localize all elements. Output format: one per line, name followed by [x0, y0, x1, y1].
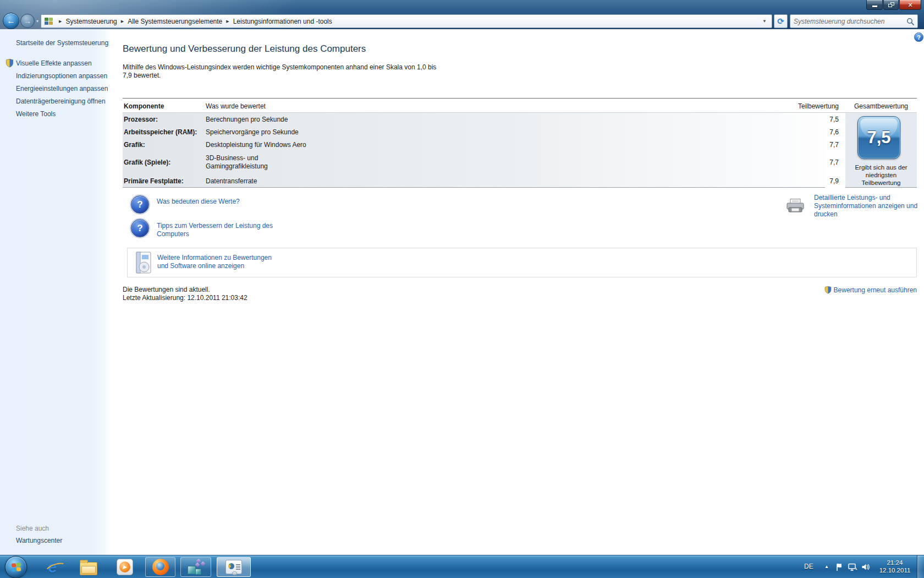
breadcrumb-item-alle-elemente[interactable]: Alle Systemsteuerungselemente [128, 18, 222, 25]
minimize-icon [872, 6, 877, 7]
online-info-link[interactable]: Weitere Informationen zu Bewertungen und… [157, 254, 278, 270]
internet-explorer-icon: e [48, 559, 57, 575]
table-row: Arbeitsspeicher (RAM): Speichervorgänge … [123, 126, 845, 138]
control-panel-window-icon [226, 560, 242, 574]
minimize-button[interactable] [866, 0, 883, 10]
base-score-caption: Ergibt sich aus der niedrigsten Teilbewe… [845, 163, 917, 187]
row-subscore: 7,6 [825, 126, 845, 138]
search-placeholder: Systemsteuerung durchsuchen [794, 18, 906, 25]
uac-shield-icon [5, 58, 14, 68]
question-mark-icon[interactable]: ? [131, 219, 149, 237]
recent-pages-chevron-icon[interactable]: ▾ [36, 19, 38, 24]
page-intro: Mithilfe des Windows-Leistungsindex werd… [123, 63, 436, 80]
wei-table-header: Komponente Was wurde bewertet Teilbewert… [123, 98, 917, 112]
volume-icon[interactable] [861, 563, 871, 571]
detailed-info-link[interactable]: Detaillierte Leistungs- und Systeminform… [814, 194, 919, 219]
language-indicator[interactable]: DE [804, 563, 813, 570]
window-titlebar[interactable]: ✕ ← → ▾ ▶ Systemsteuerung ▶ Alle Systems… [0, 0, 924, 29]
folder-icon [80, 562, 97, 575]
taskbar: e ▶ DE ▲ [0, 555, 924, 578]
sidebar-item-energieeinstellungen[interactable]: Energieeinstellungen anpassen [16, 85, 108, 92]
refresh-button[interactable]: ⟳ [774, 14, 788, 28]
clock[interactable]: 21:24 12.10.2011 [876, 559, 914, 574]
row-component: Prozessor: [123, 116, 206, 123]
column-header-gesamtbewertung: Gesamtbewertung [845, 102, 917, 110]
breadcrumb-separator-icon: ▶ [55, 19, 65, 24]
row-assessed: Datentransferrate [206, 177, 825, 185]
breadcrumb-separator-icon: ▶ [222, 19, 233, 24]
column-header-teilbewertung: Teilbewertung [729, 102, 839, 110]
taskbar-item-media-player[interactable]: ▶ [114, 558, 136, 576]
clock-time: 21:24 [887, 559, 903, 566]
row-assessed: Desktopleistung für Windows Aero [206, 141, 825, 149]
online-info-box: Weitere Informationen zu Bewertungen und… [127, 248, 917, 277]
address-breadcrumb-bar[interactable]: ▶ Systemsteuerung ▶ Alle Systemsteuerung… [41, 14, 772, 28]
table-row: Primäre Festplatte: Datentransferrate 7,… [123, 173, 845, 188]
taskbar-item-control-panel-active[interactable] [217, 557, 251, 577]
address-dropdown-icon[interactable]: ▼ [760, 19, 769, 24]
base-score-value: 7,5 [867, 128, 890, 148]
tips-link[interactable]: Tipps zum Verbessern der Leistung des Co… [157, 222, 275, 238]
printer-icon [785, 198, 805, 214]
uac-shield-icon [824, 286, 832, 294]
back-button[interactable]: ← [3, 13, 19, 29]
table-row: Prozessor: Berechnungen pro Sekunde 7,5 [123, 113, 845, 126]
breadcrumb-separator-icon: ▶ [117, 19, 128, 24]
page-title: Bewertung und Verbesserung der Leistung … [123, 43, 366, 54]
forward-button[interactable]: → [20, 14, 35, 28]
network-icon[interactable] [848, 563, 857, 571]
sidebar-item-wartungscenter[interactable]: Wartungscenter [16, 537, 62, 544]
navigation-bar: ← → ▾ ▶ Systemsteuerung ▶ Alle Systemste… [0, 13, 924, 29]
question-mark-icon[interactable]: ? [131, 195, 149, 214]
sidebar-item-indizierungsoptionen[interactable]: Indizierungsoptionen anpassen [16, 72, 107, 80]
column-header-komponente: Komponente [124, 102, 164, 110]
intro-line-1: Mithilfe des Windows-Leistungsindex werd… [123, 63, 436, 71]
windows-logo-icon [12, 563, 21, 571]
taskbar-item-cubes-app[interactable] [180, 557, 211, 577]
sidebar-item-visuelle-effekte[interactable]: Visuelle Effekte anpassen [16, 59, 92, 67]
intro-line-2: 7,9 bewertet. [123, 72, 161, 79]
show-desktop-button[interactable] [917, 555, 924, 578]
taskbar-item-explorer[interactable] [78, 558, 100, 576]
close-icon: ✕ [908, 1, 912, 9]
cubes-app-icon [186, 558, 205, 576]
breadcrumb-item-systemsteuerung[interactable]: Systemsteuerung [65, 18, 117, 25]
sidebar-item-datentraegerbereinigung[interactable]: Datenträgerbereinigung öffnen [16, 97, 106, 105]
breadcrumb-item-leistungsinformationen[interactable]: Leistungsinformationen und -tools [233, 18, 332, 25]
row-assessed: 3D-Business- und Gaminggrafikleistung [206, 154, 825, 171]
table-row: Grafik: Desktopleistung für Windows Aero… [123, 138, 845, 151]
window-content: Startseite der Systemsteuerung Visuelle … [0, 29, 924, 555]
taskbar-item-firefox[interactable] [145, 557, 175, 577]
status-line-1: Die Bewertungen sind aktuell. [123, 286, 210, 293]
search-icon [906, 18, 914, 25]
sidebar-item-home[interactable]: Startseite der Systemsteuerung [16, 39, 108, 47]
base-score-badge: 7,5 [857, 116, 900, 159]
row-assessed: Speichervorgänge pro Sekunde [206, 128, 825, 136]
table-row: Grafik (Spiele): 3D-Business- und Gaming… [123, 151, 845, 173]
sidebar-item-weitere-tools[interactable]: Weitere Tools [16, 110, 56, 118]
restore-button[interactable] [883, 0, 899, 10]
firefox-icon [152, 559, 169, 575]
what-values-link[interactable]: Was bedeuten diese Werte? [157, 198, 240, 206]
search-input[interactable]: Systemsteuerung durchsuchen [790, 14, 918, 28]
column-header-was-wurde-bewertet: Was wurde bewertet [206, 102, 266, 110]
control-panel-icon [45, 18, 53, 25]
rerun-assessment-label[interactable]: Bewertung erneut ausführen [834, 286, 917, 294]
row-component: Arbeitsspeicher (RAM): [123, 128, 206, 136]
restore-icon [888, 2, 894, 7]
clock-date: 12.10.2011 [879, 567, 911, 574]
status-text: Die Bewertungen sind aktuell. Letzte Akt… [123, 286, 248, 302]
row-subscore: 7,5 [825, 113, 845, 126]
status-line-2: Letzte Aktualisierung: 12.10.2011 21:03:… [123, 294, 248, 302]
start-button[interactable] [5, 556, 27, 578]
help-icon[interactable]: ? [914, 32, 923, 42]
close-button[interactable]: ✕ [899, 0, 921, 10]
action-center-flag-icon[interactable] [835, 563, 845, 571]
wei-table-body: Prozessor: Berechnungen pro Sekunde 7,5 … [123, 112, 845, 188]
show-hidden-icons-icon[interactable]: ▲ [824, 564, 829, 569]
see-also-header: Siehe auch [16, 525, 49, 532]
main-pane: ? Bewertung und Verbesserung der Leistun… [110, 29, 924, 555]
row-assessed: Berechnungen pro Sekunde [206, 116, 825, 123]
taskbar-item-internet-explorer[interactable]: e [41, 558, 63, 576]
rerun-assessment-link[interactable]: Bewertung erneut ausführen [824, 286, 917, 294]
